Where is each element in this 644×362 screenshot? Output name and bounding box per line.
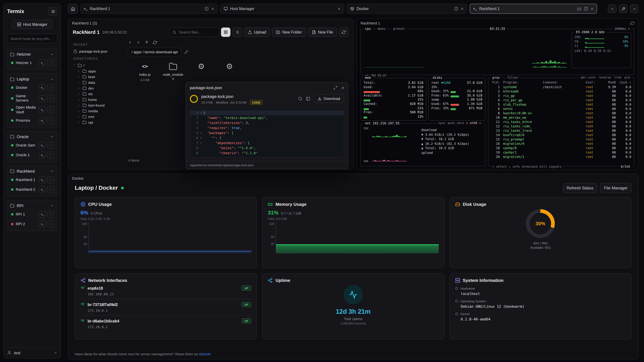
- chevron-up-icon[interactable]: [54, 351, 57, 355]
- chevron-down-icon[interactable]: [49, 135, 54, 139]
- host-manager-button[interactable]: Host Manager: [12, 20, 52, 29]
- process-row[interactable]: 12 rcu_tasks_rude_ root 0B 0.0: [491, 124, 631, 128]
- net-controls[interactable]: syncautozerobeth0n: [437, 121, 482, 125]
- tree-item[interactable]: › lost+found: [73, 102, 124, 108]
- chevron-down-icon[interactable]: [49, 204, 54, 208]
- chevron-down-icon[interactable]: [49, 169, 54, 173]
- tree-item[interactable]: › apps: [73, 68, 124, 74]
- host-search-input[interactable]: [7, 34, 57, 43]
- tree-item[interactable]: › mnt: [73, 114, 124, 119]
- host-menu-button[interactable]: ⋮: [47, 211, 54, 218]
- open-terminal-button[interactable]: >_: [39, 84, 46, 91]
- open-terminal-button[interactable]: >_: [39, 95, 46, 102]
- edit-path-icon[interactable]: [184, 50, 188, 54]
- recent-file-item[interactable]: package-lock.json: [73, 48, 124, 54]
- net-control[interactable]: n: [479, 121, 481, 125]
- refresh-button[interactable]: [339, 27, 348, 37]
- proc-option[interactable]: per-core: [581, 76, 596, 79]
- net-control[interactable]: zero: [457, 121, 464, 125]
- list-view-button[interactable]: [232, 27, 242, 37]
- user-row[interactable]: test: [7, 347, 57, 355]
- fold-icon[interactable]: v: [199, 130, 203, 135]
- host-menu-button[interactable]: ⋮: [47, 95, 54, 102]
- tree-item[interactable]: › dev: [73, 85, 124, 91]
- process-row[interactable]: 20 migration/1 root 0B 0.0: [491, 155, 631, 159]
- breadcrumb[interactable]: / apps / termix-download-api: [128, 48, 182, 56]
- process-row[interactable]: 2 kthreadd root 0B 0.0: [491, 89, 631, 93]
- fold-icon[interactable]: [199, 115, 203, 120]
- process-row[interactable]: 14 ksoftirqd/0 root 0B 0.0: [491, 133, 631, 137]
- tree-item[interactable]: › etc: [73, 91, 124, 96]
- process-row[interactable]: 4 rcu_par_gp root 0B 0.0: [491, 98, 631, 102]
- home-button[interactable]: [68, 4, 78, 14]
- tree-item[interactable]: › home: [73, 96, 124, 102]
- process-row[interactable]: 3 rcu_gp root 0B 0.0: [491, 93, 631, 98]
- process-row[interactable]: 18 cpuhp/0 root 0B 0.0: [491, 146, 631, 150]
- split-view-icon[interactable]: [454, 7, 458, 11]
- host-menu-button[interactable]: ⋮: [47, 151, 54, 159]
- process-row[interactable]: 11 rcu_tasks_kthre root 0B 0.0: [491, 120, 631, 124]
- host-item[interactable]: Game Servers >_ ⋮: [9, 92, 55, 104]
- btop-menu-button[interactable]: menu: [376, 27, 387, 30]
- host-menu-button[interactable]: ⋮: [47, 106, 54, 113]
- close-icon[interactable]: ×: [211, 6, 214, 11]
- group-header[interactable]: RackNerd: [9, 168, 55, 175]
- fold-icon[interactable]: v: [199, 140, 203, 145]
- open-terminal-button[interactable]: >_: [39, 59, 46, 66]
- github-link[interactable]: GitHub!: [199, 352, 211, 356]
- tree-item[interactable]: › data: [73, 79, 124, 85]
- host-item[interactable]: RPI 1 >_ ⋮: [9, 210, 55, 219]
- tab-docker[interactable]: Docker ×: [346, 4, 467, 14]
- open-terminal-button[interactable]: >_: [39, 117, 46, 124]
- host-menu-button[interactable]: ⋮: [47, 221, 54, 228]
- tab-racknerd-1-files[interactable]: >_ RackNerd 1 (2) ×: [470, 4, 597, 14]
- process-row[interactable]: 8 kworker/0:0H-ev root 0B 0.0: [491, 111, 631, 115]
- host-item[interactable]: Docker >_ ⋮: [9, 83, 55, 92]
- process-row[interactable]: 19 cpuhp/1 root 0B 0.0: [491, 150, 631, 155]
- settings-button[interactable]: [619, 4, 628, 13]
- proc-option[interactable]: reverse: [598, 76, 611, 79]
- close-icon[interactable]: ×: [591, 6, 593, 11]
- process-row[interactable]: 6 netns root 0B 0.0: [491, 107, 631, 111]
- forward-button[interactable]: [136, 40, 140, 44]
- tab-host-manager[interactable]: Host Manager ×: [220, 4, 344, 14]
- host-item[interactable]: RackNerd 2 >_ ⋮: [9, 185, 55, 194]
- hamburger-menu-button[interactable]: [49, 7, 57, 16]
- open-terminal-button[interactable]: >_: [39, 176, 46, 183]
- back-button[interactable]: [128, 40, 132, 44]
- open-editor-icon[interactable]: [306, 96, 310, 101]
- file-tile-index-js[interactable]: <> index.js 4.3 KB: [134, 62, 155, 82]
- proc-options[interactable]: per-corereversetreepid: [580, 76, 632, 79]
- host-menu-button[interactable]: ⋮: [47, 117, 54, 124]
- open-terminal-button[interactable]: >_: [39, 221, 46, 228]
- new-file-button[interactable]: New File: [308, 27, 337, 37]
- split-view-icon[interactable]: [204, 7, 209, 11]
- chevron-down-icon[interactable]: [49, 77, 54, 81]
- group-header[interactable]: Oracle: [9, 133, 55, 140]
- search-in-file-icon[interactable]: [298, 96, 302, 101]
- net-control[interactable]: eth0: [470, 121, 477, 125]
- host-menu-button[interactable]: ⋮: [47, 142, 54, 149]
- btop-preset-button[interactable]: preset: [392, 27, 406, 30]
- open-terminal-button[interactable]: >_: [39, 186, 46, 193]
- file-tile-config-2[interactable]: ⚙: [219, 62, 240, 71]
- fold-icon[interactable]: [199, 145, 203, 150]
- fold-icon[interactable]: [199, 120, 203, 125]
- btop-interval[interactable]: 2000ms +: [613, 27, 631, 30]
- download-button[interactable]: Download: [314, 94, 344, 103]
- file-tile-config-1[interactable]: ⚙: [191, 62, 212, 71]
- host-menu-button[interactable]: ⋮: [47, 176, 54, 183]
- tree-item[interactable]: › opt: [73, 119, 124, 125]
- host-menu-button[interactable]: ⋮: [47, 59, 54, 66]
- host-item[interactable]: Proxmox >_ ⋮: [9, 116, 55, 125]
- close-icon[interactable]: ×: [342, 85, 344, 90]
- open-terminal-button[interactable]: >_: [39, 142, 46, 149]
- file-search-input[interactable]: [178, 30, 216, 34]
- process-row[interactable]: 1 systemd /sbin/init root 9.2M 0.0: [491, 85, 631, 89]
- tree-item[interactable]: › media: [73, 108, 124, 114]
- open-terminal-button[interactable]: >_: [39, 106, 46, 113]
- new-folder-button[interactable]: New Folder: [272, 27, 306, 37]
- tree-root[interactable]: › /: [73, 62, 124, 68]
- proc-option[interactable]: pid: [624, 76, 630, 79]
- file-manager-button[interactable]: File Manager: [600, 183, 632, 193]
